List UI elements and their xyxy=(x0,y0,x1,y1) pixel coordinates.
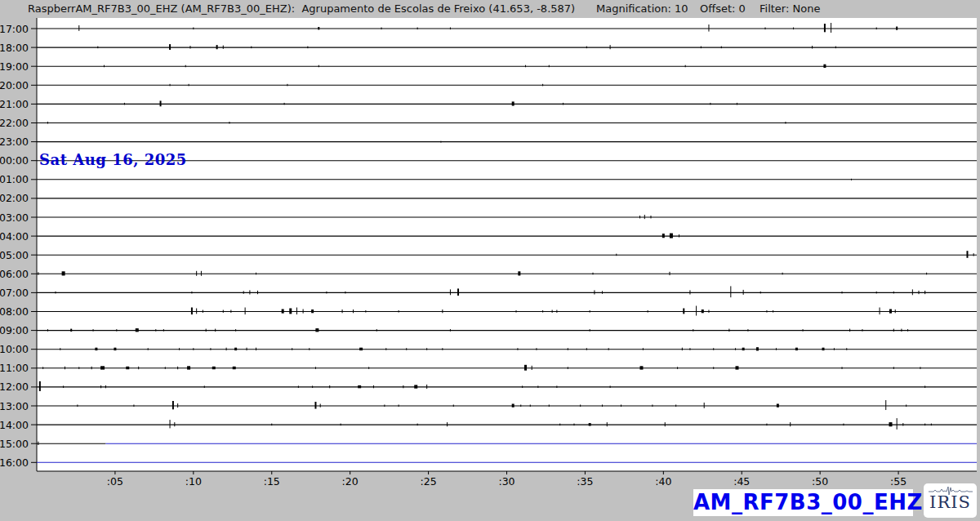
minute-label: :20 xyxy=(342,475,359,488)
hour-label: 07:00 xyxy=(0,287,29,299)
hour-label: 13:00 xyxy=(0,400,29,412)
hour-label: 14:00 xyxy=(0,419,29,431)
hour-label: 11:00 xyxy=(0,362,29,374)
hour-label: 19:00 xyxy=(0,60,29,73)
hour-label: 01:00 xyxy=(0,173,29,185)
iris-logo-text: IRIS xyxy=(924,494,977,510)
hour-label: 06:00 xyxy=(0,268,29,280)
hour-label: 12:00 xyxy=(0,381,29,393)
hour-label: 02:00 xyxy=(0,192,29,204)
hour-label: 23:00 xyxy=(0,136,29,148)
hour-label: 18:00 xyxy=(0,42,29,54)
hour-label: 21:00 xyxy=(0,98,29,110)
minute-label: :05 xyxy=(107,475,123,488)
hour-label: 16:00 xyxy=(0,456,29,469)
hour-label: 04:00 xyxy=(0,230,29,243)
hour-label: 22:00 xyxy=(0,117,29,129)
station-id-text: AM_RF7B3_00_EHZ xyxy=(693,490,923,514)
hour-label: 10:00 xyxy=(0,343,29,355)
minute-label: :10 xyxy=(185,475,202,488)
hour-label: 08:00 xyxy=(0,305,29,318)
minute-label: :30 xyxy=(498,475,514,488)
minute-label: :45 xyxy=(733,475,750,488)
station-id-badge: AM_RF7B3_00_EHZ xyxy=(693,489,913,516)
hour-label: 20:00 xyxy=(0,79,29,91)
minute-label: :50 xyxy=(812,475,828,488)
hour-label: 03:00 xyxy=(0,212,29,224)
minute-label: :35 xyxy=(577,475,593,488)
helicorder-plot[interactable]: 17:0018:0019:0020:0021:0022:0023:0000:00… xyxy=(0,0,980,521)
hour-label: 05:00 xyxy=(0,249,29,261)
hour-label: 17:00 xyxy=(0,23,29,35)
hour-label: 09:00 xyxy=(0,324,29,336)
minute-label: :15 xyxy=(264,475,280,488)
minute-label: :55 xyxy=(890,475,906,488)
iris-logo[interactable]: IRIS xyxy=(924,483,977,518)
hour-label: 00:00 xyxy=(0,154,29,167)
hour-label: 15:00 xyxy=(0,438,29,450)
minute-label: :25 xyxy=(421,475,437,488)
plot-background xyxy=(37,18,977,471)
date-marker: Sat Aug 16, 2025 xyxy=(39,152,187,168)
helicorder-screen: RaspberrAM_RF7B3_00_EHZ (AM_RF7B3_00_EHZ… xyxy=(0,0,980,521)
minute-label: :40 xyxy=(655,475,671,488)
